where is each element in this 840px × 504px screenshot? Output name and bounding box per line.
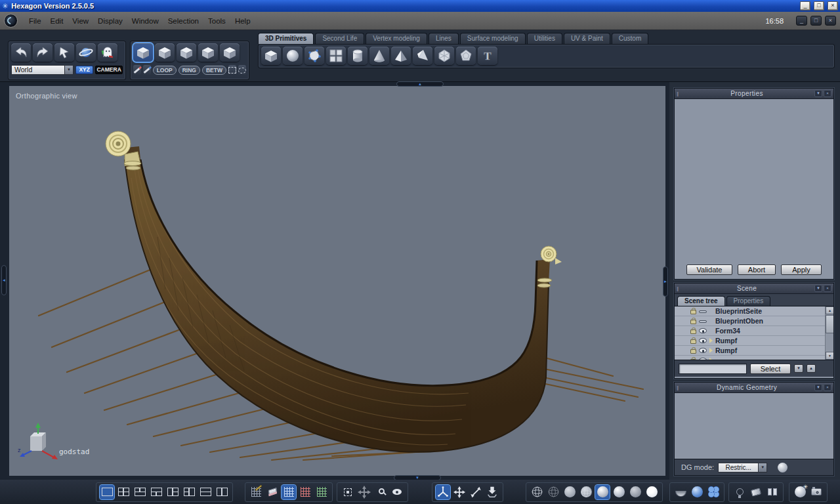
ring-button[interactable]: RING [178, 66, 200, 75]
drop-tool-icon[interactable] [485, 485, 499, 499]
transform-manipulator-icon[interactable] [469, 485, 483, 499]
layout-top-split-icon[interactable] [133, 485, 147, 499]
app-maximize-button[interactable]: □ [810, 16, 822, 26]
xyz-button[interactable]: XYZ [75, 66, 93, 74]
move-down-icon[interactable]: ▼ [794, 364, 803, 373]
primitive-pyramid-icon[interactable] [391, 47, 411, 65]
expand-arrow-icon[interactable] [709, 358, 713, 360]
panel-close-icon[interactable]: × [824, 90, 831, 97]
window-maximize-button[interactable]: □ [814, 1, 824, 10]
paint-pen-icon[interactable] [143, 65, 151, 75]
light-icon[interactable] [732, 485, 747, 499]
primitive-cylinder-icon[interactable] [348, 47, 368, 65]
scroll-up-icon[interactable]: ▲ [826, 306, 833, 314]
eye-icon[interactable] [699, 348, 707, 353]
expand-arrow-icon[interactable] [709, 338, 713, 343]
menu-item[interactable]: View [68, 15, 93, 27]
layout-single-icon[interactable] [100, 485, 114, 499]
viking-ship-model[interactable] [9, 86, 665, 476]
marquee-select-icon[interactable] [228, 65, 236, 75]
tool-tab[interactable]: Surface modeling [460, 33, 526, 44]
panel-grip[interactable]: || [677, 91, 678, 96]
panel-collapse-icon[interactable]: ▼ [814, 90, 822, 97]
tool-tab[interactable]: 3D Primitives [258, 33, 314, 44]
chevron-down-icon[interactable]: ▼ [759, 463, 767, 472]
tool-tab[interactable]: Lines [429, 33, 459, 44]
lock-icon[interactable] [690, 349, 696, 354]
validate-button[interactable]: Validate [686, 264, 732, 275]
3d-viewport[interactable]: Orthographic view [9, 86, 665, 476]
display-smooth-icon[interactable] [595, 485, 610, 499]
uv-panels-icon[interactable] [765, 485, 780, 499]
scene-panel-tab[interactable]: Scene tree [677, 296, 725, 306]
layout-bottom-split-icon[interactable] [149, 485, 163, 499]
eye-icon[interactable] [699, 328, 707, 333]
select-point-icon[interactable] [198, 43, 218, 62]
lock-icon[interactable] [690, 359, 696, 360]
grid-xz-icon[interactable] [282, 485, 296, 499]
dg-mode-select[interactable]: Restric... ▼ [718, 463, 767, 472]
fit-view-icon[interactable] [341, 485, 355, 499]
scene-tree-scrollbar[interactable]: ▲ ▼ [825, 306, 833, 360]
select-button[interactable]: Select [750, 364, 791, 374]
app-close-button[interactable]: × [825, 16, 836, 26]
zoom-icon[interactable] [373, 485, 388, 499]
layout-v-split-icon[interactable] [215, 485, 229, 499]
panel-grip[interactable]: || [677, 385, 678, 390]
scene-tree-item[interactable]: Rumpf [675, 336, 825, 346]
collapse-left-handle[interactable]: ◄ [1, 265, 7, 295]
scrollbar-thumb[interactable] [826, 315, 833, 333]
menu-item[interactable]: Help [230, 15, 255, 27]
menu-item[interactable]: Selection [163, 15, 203, 27]
manipulator-3axis-icon[interactable] [436, 485, 450, 499]
tool-tab[interactable]: Vertex modeling [366, 33, 427, 44]
pan-icon[interactable] [357, 485, 371, 499]
menu-item[interactable]: Tools [203, 15, 230, 27]
menu-item[interactable]: Edit [46, 15, 68, 27]
chevron-down-icon[interactable]: ▼ [65, 65, 74, 75]
lasso-select-icon[interactable] [238, 65, 246, 75]
eye-icon[interactable] [699, 338, 707, 343]
grid-yz-icon[interactable] [314, 485, 329, 499]
ghost-icon[interactable] [98, 43, 117, 62]
display-textured-icon[interactable] [612, 485, 626, 499]
panel-grip[interactable]: || [677, 285, 678, 291]
layout-left-split-icon[interactable] [182, 485, 196, 499]
scene-tree-item[interactable]: Rumpf [675, 346, 825, 356]
smoothing-on-icon[interactable] [690, 485, 704, 499]
panel-collapse-icon[interactable]: ▼ [814, 384, 822, 391]
material-prism-icon[interactable] [749, 485, 763, 499]
eraser-icon[interactable] [265, 485, 280, 499]
eye-icon[interactable] [699, 320, 707, 323]
redo-icon[interactable] [33, 43, 52, 62]
layout-h-split-icon[interactable] [198, 485, 213, 499]
apply-button[interactable]: Apply [781, 264, 822, 275]
lock-icon[interactable] [690, 339, 696, 344]
subdivision-clover-icon[interactable] [706, 485, 721, 499]
grid-xy-icon[interactable] [298, 485, 312, 499]
display-gray-icon[interactable] [628, 485, 642, 499]
loop-button[interactable]: LOOP [153, 66, 177, 75]
betw-button[interactable]: BETW [202, 66, 226, 75]
select-face-icon[interactable] [155, 43, 175, 62]
window-close-button[interactable]: × [828, 1, 838, 10]
display-flat-wire-icon[interactable] [579, 485, 593, 499]
select-auto-icon[interactable] [220, 43, 240, 62]
display-wireframe-icon[interactable] [530, 485, 544, 499]
edge-pen-icon[interactable] [133, 65, 141, 75]
scene-tree-item[interactable]: BlueprintOben [675, 316, 825, 326]
display-hidden-line-icon[interactable] [546, 485, 560, 499]
dg-preview-sphere-icon[interactable] [778, 463, 788, 472]
scene-tree-item[interactable] [675, 356, 825, 360]
eye-icon[interactable] [699, 310, 707, 313]
grid-edit-icon[interactable] [249, 485, 263, 499]
select-object-icon[interactable] [133, 43, 153, 62]
app-minimize-button[interactable]: _ [796, 16, 807, 26]
collapse-right-handle[interactable]: ► [663, 266, 668, 297]
primitive-cone-icon[interactable] [369, 47, 389, 65]
layout-right-split-icon[interactable] [165, 485, 180, 499]
pointer-cone-icon[interactable] [54, 43, 74, 62]
abort-button[interactable]: Abort [738, 264, 776, 275]
camera-button[interactable]: CAMERA [95, 66, 123, 74]
eye-icon[interactable] [699, 358, 707, 360]
